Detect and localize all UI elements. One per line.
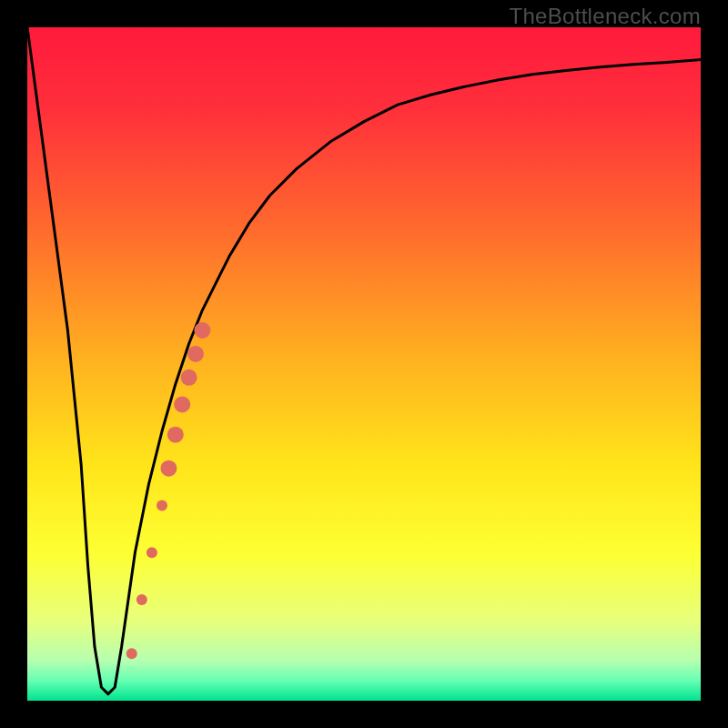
- data-marker: [157, 500, 167, 511]
- data-marker: [126, 648, 137, 659]
- chart-frame: TheBottleneck.com: [0, 0, 728, 728]
- chart-svg: [27, 27, 701, 701]
- data-marker: [167, 427, 184, 443]
- data-marker: [187, 346, 204, 362]
- data-marker: [194, 322, 210, 339]
- data-marker: [160, 460, 177, 477]
- data-marker: [147, 547, 157, 558]
- watermark-text: TheBottleneck.com: [509, 4, 701, 29]
- plot-area: [27, 27, 701, 701]
- data-marker: [181, 369, 197, 386]
- data-marker: [174, 396, 190, 412]
- data-marker: [136, 594, 147, 605]
